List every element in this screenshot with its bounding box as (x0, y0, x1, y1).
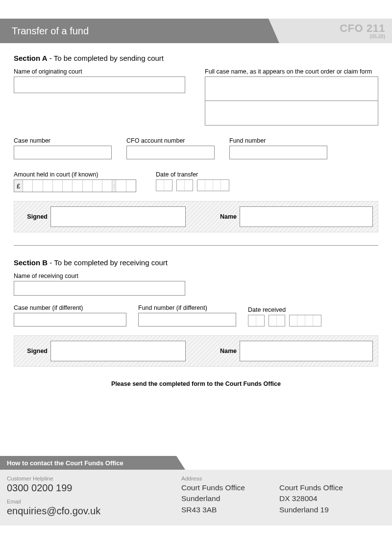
footer: How to contact the Court Funds Office Cu… (0, 456, 392, 526)
input-receiving-court[interactable] (14, 281, 185, 296)
label-signed-a: Signed (14, 213, 50, 220)
form-code: CFO 211 (340, 23, 385, 34)
label-name-b: Name (186, 348, 240, 354)
input-case-number-a[interactable] (14, 146, 112, 159)
input-signed-b[interactable] (50, 341, 186, 361)
helpline-value: 0300 0200 199 (7, 482, 181, 494)
input-name-a[interactable] (240, 206, 373, 227)
form-version: (05.20) (369, 34, 385, 39)
footer-heading: How to contact the Court Funds Office (0, 456, 176, 470)
header-meta: CFO 211 (05.20) (279, 19, 392, 43)
label-fund-number-b: Fund number (if different) (138, 304, 236, 311)
input-fund-number-b[interactable] (138, 313, 236, 327)
addr1-line3: SR43 3AB (181, 504, 279, 515)
input-full-case-name[interactable] (205, 76, 378, 126)
label-originating-court: Name of originating court (14, 68, 185, 75)
label-date-received: Date received (248, 306, 321, 313)
input-signed-a[interactable] (50, 206, 186, 227)
label-case-number-a: Case number (14, 137, 112, 144)
label-date-transfer: Date of transfer (156, 171, 229, 178)
addr1-line2: Sunderland (181, 493, 279, 504)
addr2-line2: DX 328004 (279, 493, 343, 504)
label-case-number-b: Case number (if different) (14, 304, 126, 311)
input-date-received[interactable] (248, 315, 321, 327)
header-title: Transfer of a fund (0, 19, 279, 43)
input-originating-court[interactable] (14, 76, 185, 93)
addr2-line1: Court Funds Office (279, 482, 343, 493)
label-cfo-account: CFO account number (126, 137, 215, 144)
input-amount-held[interactable]: £ : (14, 179, 136, 192)
label-fund-number-a: Fund number (229, 137, 327, 144)
input-name-b[interactable] (240, 341, 373, 361)
input-date-transfer[interactable] (156, 179, 229, 191)
instruction-text: Please send the completed form to the Co… (14, 380, 378, 387)
label-receiving-court: Name of receiving court (14, 273, 378, 279)
label-amount-held: Amount held in court (if known) (14, 171, 136, 178)
page-header: Transfer of a fund CFO 211 (05.20) (0, 19, 392, 43)
signature-block-b: Signed Name (14, 335, 378, 367)
input-case-number-b[interactable] (14, 313, 126, 327)
label-email: Email (7, 499, 181, 504)
label-name-a: Name (186, 213, 240, 220)
addr1-line1: Court Funds Office (181, 482, 279, 493)
label-address: Address (181, 476, 279, 481)
label-full-case-name: Full case name, as it appears on the cou… (205, 68, 378, 75)
signature-block-a: Signed Name (14, 201, 378, 232)
label-signed-b: Signed (14, 348, 50, 354)
section-b-title: Section B - To be completed by receiving… (14, 258, 378, 267)
section-a-title: Section A - To be completed by sending c… (14, 54, 378, 62)
input-cfo-account[interactable] (126, 146, 215, 159)
label-helpline: Customer Helpline (7, 476, 181, 481)
currency-symbol: £ (14, 180, 23, 192)
email-value: enquiries@cfo.gov.uk (7, 505, 181, 517)
section-divider (14, 245, 378, 246)
input-fund-number-a[interactable] (229, 146, 327, 159)
addr2-line3: Sunderland 19 (279, 504, 343, 515)
